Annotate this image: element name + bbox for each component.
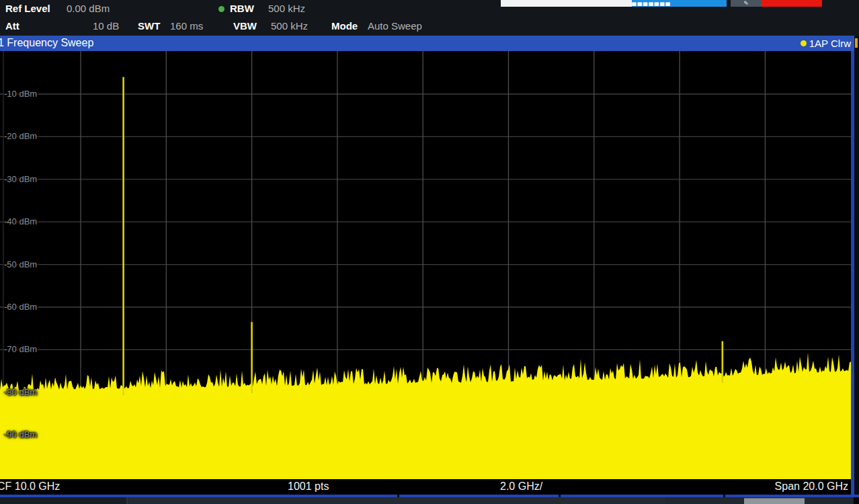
window-title-bar[interactable]: 1 Frequency Sweep 1AP Clrw <box>0 36 859 51</box>
mode-label[interactable]: Mode <box>331 20 358 32</box>
y-axis-tick-label: -70 dBm <box>4 344 37 354</box>
spectrum-svg <box>0 51 851 479</box>
sweep-status-icon <box>218 6 224 12</box>
center-frequency-label[interactable]: CF 10.0 GHz <box>0 480 60 493</box>
y-axis-tick-label: -50 dBm <box>4 259 37 269</box>
swt-label[interactable]: SWT <box>138 20 160 32</box>
y-axis-tick-label: -10 dBm <box>4 89 37 99</box>
signal-peak <box>251 322 253 393</box>
y-axis-tick-label: -30 dBm <box>4 174 37 184</box>
toolbar-sliver-background <box>501 0 632 7</box>
y-axis-tick-label: -80 dBm <box>4 387 37 397</box>
right-gutter <box>854 36 859 504</box>
att-value[interactable]: 10 dB <box>93 20 119 32</box>
vbw-label[interactable]: VBW <box>233 20 257 32</box>
signal-peak <box>122 77 124 396</box>
trace-badge-label: 1AP Clrw <box>809 38 851 49</box>
span-label[interactable]: Span 20.0 GHz <box>775 480 848 493</box>
spectrum-analyzer-screen: Ref Level 0.00 dBm RBW 500 kHz Att 10 dB… <box>0 0 859 504</box>
y-axis-tick-label: -90 dBm <box>4 429 37 439</box>
rbw-label[interactable]: RBW <box>230 3 254 14</box>
mode-value[interactable]: Auto Sweep <box>368 20 422 32</box>
bottom-sliver-mid-segment <box>129 497 665 504</box>
ref-level-value[interactable]: 0.00 dBm <box>67 3 110 14</box>
y-axis-tick-label: -40 dBm <box>4 216 37 226</box>
vbw-value[interactable]: 500 kHz <box>271 20 308 32</box>
bottom-sliver-left-segment <box>0 497 128 504</box>
signal-peak <box>722 341 724 383</box>
toolbar-red-button[interactable] <box>762 0 822 7</box>
y-axis-tick-label: -60 dBm <box>4 302 37 312</box>
window-title: 1 Frequency Sweep <box>0 37 93 49</box>
per-division-label[interactable]: 2.0 GHz/ <box>500 480 542 493</box>
spectrum-plot-area[interactable] <box>0 51 851 479</box>
sweep-points-label[interactable]: 1001 pts <box>288 480 329 493</box>
x-axis-footer-bar: CF 10.0 GHz 1001 pts 2.0 GHz/ Span 20.0 … <box>0 479 851 495</box>
att-label[interactable]: Att <box>5 20 19 32</box>
trace-badge[interactable]: 1AP Clrw <box>801 38 851 49</box>
swt-value[interactable]: 160 ms <box>170 20 203 32</box>
bottom-sliver-corner <box>854 497 859 504</box>
rbw-value[interactable]: 500 kHz <box>268 3 305 14</box>
orange-edge-marker <box>855 38 858 48</box>
y-axis-tick-label: -20 dBm <box>4 131 37 141</box>
toolbar-blue-button[interactable]: ▄▄▄▄▄▄▄ <box>632 0 727 7</box>
ref-level-label[interactable]: Ref Level <box>5 3 50 14</box>
pen-icon[interactable]: ✎ <box>731 0 762 7</box>
bottom-sliver-gray-box[interactable] <box>744 498 805 504</box>
trace-color-dot-icon <box>801 40 807 46</box>
